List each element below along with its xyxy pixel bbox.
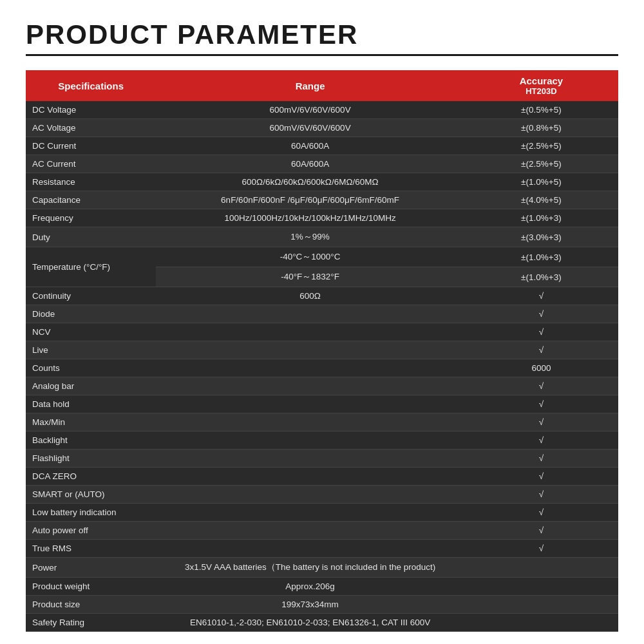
range-cell	[156, 305, 464, 323]
range-cell: 60A/600A	[156, 155, 464, 173]
spec-cell: Temperature (°C/°F)	[26, 247, 156, 287]
spec-cell: SMART or (AUTO)	[26, 486, 156, 504]
range-cell	[156, 413, 464, 431]
header-spec: Specifications	[26, 70, 156, 101]
acc-cell	[464, 558, 618, 578]
acc-cell: ±(3.0%+3)	[464, 227, 618, 247]
acc-cell: ±(2.5%+5)	[464, 155, 618, 173]
table-row: Backlight √	[26, 431, 618, 450]
range-cell	[156, 395, 464, 413]
acc-cell: 6000	[464, 359, 618, 377]
range-cell	[156, 377, 464, 395]
range-cell: -40°F～1832°F	[156, 267, 464, 287]
acc-cell: ±(2.5%+5)	[464, 137, 618, 155]
spec-cell: Max/Min	[26, 413, 156, 431]
header-accuracy: Accuracy HT203D	[464, 70, 618, 101]
range-cell	[156, 468, 464, 486]
range-cell	[156, 323, 464, 341]
range-cell: -40°C～1000°C	[156, 247, 464, 267]
spec-cell: Low battery indication	[26, 504, 156, 522]
spec-cell: Frequency	[26, 209, 156, 227]
spec-cell: DC Voltage	[26, 101, 156, 119]
table-row: Diode √	[26, 305, 618, 323]
spec-cell: AC Current	[26, 155, 156, 173]
spec-cell: Live	[26, 341, 156, 359]
acc-cell: ±(1.0%+3)	[464, 267, 618, 287]
range-cell: 1%～99%	[156, 227, 464, 247]
acc-cell: √	[464, 287, 618, 305]
table-row: Flashlight √	[26, 450, 618, 468]
table-row: True RMS √	[26, 540, 618, 558]
table-row: Capacitance 6nF/60nF/600nF /6μF/60μF/600…	[26, 191, 618, 209]
range-cell: 3x1.5V AAA batteries（The battery is not …	[156, 558, 464, 578]
spec-cell: Capacitance	[26, 191, 156, 209]
range-cell: Approx.206g	[156, 578, 464, 596]
spec-cell: Backlight	[26, 431, 156, 450]
table-row: Resistance 600Ω/6kΩ/60kΩ/600kΩ/6MΩ/60MΩ …	[26, 173, 618, 191]
spec-cell: Flashlight	[26, 450, 156, 468]
acc-cell: √	[464, 323, 618, 341]
table-row: DCA ZERO √	[26, 468, 618, 486]
table-row: Temperature (°C/°F) -40°C～1000°C ±(1.0%+…	[26, 247, 618, 267]
range-cell	[156, 359, 464, 377]
table-row: AC Voltage 600mV/6V/60V/600V ±(0.8%+5)	[26, 119, 618, 137]
range-cell: 600mV/6V/60V/600V	[156, 119, 464, 137]
table-row: Frequency 100Hz/1000Hz/10kHz/100kHz/1MHz…	[26, 209, 618, 227]
acc-cell: √	[464, 504, 618, 522]
acc-cell: ±(1.0%+5)	[464, 173, 618, 191]
spec-cell: Power	[26, 558, 156, 578]
title-divider	[26, 54, 618, 56]
spec-cell: Data hold	[26, 395, 156, 413]
acc-cell: √	[464, 377, 618, 395]
table-row: Counts 6000	[26, 359, 618, 377]
spec-cell: Resistance	[26, 173, 156, 191]
table-row: Product weight Approx.206g	[26, 578, 618, 596]
range-cell	[156, 504, 464, 522]
table-row: Data hold √	[26, 395, 618, 413]
acc-cell	[464, 578, 618, 596]
spec-cell: Analog bar	[26, 377, 156, 395]
header-range: Range	[156, 70, 464, 101]
table-row: Live √	[26, 341, 618, 359]
acc-cell: √	[464, 431, 618, 450]
spec-cell: NCV	[26, 323, 156, 341]
spec-cell: DCA ZERO	[26, 468, 156, 486]
spec-cell: Continuity	[26, 287, 156, 305]
range-cell	[156, 431, 464, 450]
range-cell	[156, 341, 464, 359]
table-row: Power 3x1.5V AAA batteries（The battery i…	[26, 558, 618, 578]
table-row: Low battery indication √	[26, 504, 618, 522]
range-cell: 6nF/60nF/600nF /6μF/60μF/600μF/6mF/60mF	[156, 191, 464, 209]
acc-cell: √	[464, 341, 618, 359]
acc-cell: ±(1.0%+3)	[464, 247, 618, 267]
table-row: DC Voltage 600mV/6V/60V/600V ±(0.5%+5)	[26, 101, 618, 119]
table-row: DC Current 60A/600A ±(2.5%+5)	[26, 137, 618, 155]
acc-cell: √	[464, 486, 618, 504]
range-cell	[156, 450, 464, 468]
spec-cell: Diode	[26, 305, 156, 323]
range-cell: EN61010-1,-2-030; EN61010-2-033; EN61326…	[156, 614, 464, 632]
spec-cell: Auto power off	[26, 522, 156, 540]
table-row: NCV √	[26, 323, 618, 341]
table-row: Safety Rating EN61010-1,-2-030; EN61010-…	[26, 614, 618, 632]
range-cell	[156, 522, 464, 540]
range-cell: 600mV/6V/60V/600V	[156, 101, 464, 119]
acc-cell: ±(4.0%+5)	[464, 191, 618, 209]
acc-cell: ±(0.8%+5)	[464, 119, 618, 137]
range-cell: 100Hz/1000Hz/10kHz/100kHz/1MHz/10MHz	[156, 209, 464, 227]
spec-cell: True RMS	[26, 540, 156, 558]
spec-cell: Product size	[26, 596, 156, 614]
spec-cell: Product weight	[26, 578, 156, 596]
spec-cell: AC Voltage	[26, 119, 156, 137]
table-row: Max/Min √	[26, 413, 618, 431]
acc-cell: ±(0.5%+5)	[464, 101, 618, 119]
specs-table: Specifications Range Accuracy HT203D DC …	[26, 70, 618, 632]
range-cell	[156, 486, 464, 504]
acc-cell: ±(1.0%+3)	[464, 209, 618, 227]
acc-cell: √	[464, 522, 618, 540]
table-row: Analog bar √	[26, 377, 618, 395]
table-row: Duty 1%～99% ±(3.0%+3)	[26, 227, 618, 247]
spec-cell: Duty	[26, 227, 156, 247]
acc-cell: √	[464, 468, 618, 486]
acc-cell	[464, 596, 618, 614]
